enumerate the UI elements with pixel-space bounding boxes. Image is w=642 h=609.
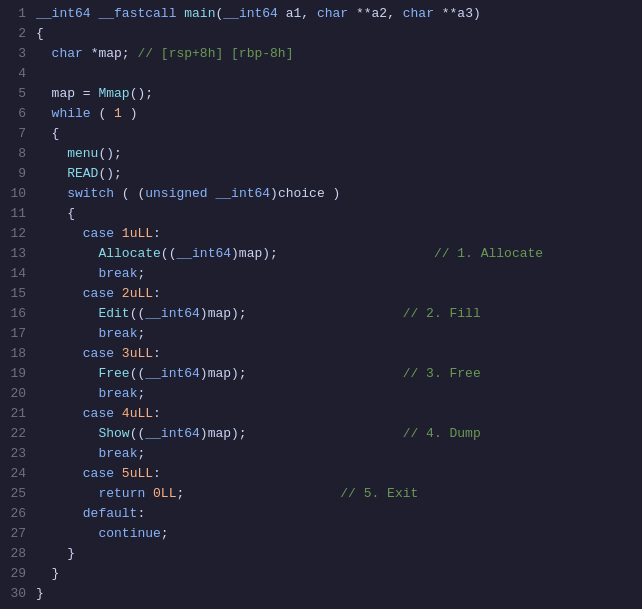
- plain-token: [36, 366, 98, 381]
- plain-token: ((: [130, 306, 146, 321]
- plain-token: ((: [130, 366, 146, 381]
- line-number: 16: [8, 304, 26, 324]
- code-line: case 5uLL:: [36, 464, 642, 484]
- line-number: 21: [8, 404, 26, 424]
- plain-token: }: [36, 566, 59, 581]
- plain-token: [184, 486, 340, 501]
- code-line: case 1uLL:: [36, 224, 642, 244]
- plain-token: [114, 346, 122, 361]
- plain-token: :: [153, 466, 161, 481]
- kw-token: char: [317, 6, 348, 21]
- plain-token: map =: [36, 86, 98, 101]
- plain-token: *map;: [83, 46, 138, 61]
- plain-token: ((: [130, 426, 146, 441]
- plain-token: ();: [98, 166, 121, 181]
- num-token: 1uLL: [122, 226, 153, 241]
- plain-token: ;: [137, 326, 145, 341]
- line-number: 12: [8, 224, 26, 244]
- kw-token: break: [98, 386, 137, 401]
- plain-token: :: [153, 406, 161, 421]
- line-number: 28: [8, 544, 26, 564]
- line-number: 26: [8, 504, 26, 524]
- code-line: {: [36, 204, 642, 224]
- code-line: case 3uLL:: [36, 344, 642, 364]
- plain-token: **a3): [434, 6, 481, 21]
- code-line: [36, 64, 642, 84]
- plain-token: [247, 366, 403, 381]
- line-number: 22: [8, 424, 26, 444]
- plain-token: :: [153, 226, 161, 241]
- plain-token: ;: [137, 446, 145, 461]
- line-number: 29: [8, 564, 26, 584]
- plain-token: :: [153, 346, 161, 361]
- kw-token: __int64: [176, 246, 231, 261]
- plain-token: [36, 406, 83, 421]
- plain-token: [114, 466, 122, 481]
- kw-token: char: [52, 46, 83, 61]
- kw-token: break: [98, 266, 137, 281]
- fn-token: Edit: [98, 306, 129, 321]
- num-token: 2uLL: [122, 286, 153, 301]
- plain-token: )map);: [231, 246, 278, 261]
- plain-token: )choice ): [270, 186, 340, 201]
- plain-token: )map);: [200, 306, 247, 321]
- num-token: 0LL: [153, 486, 176, 501]
- plain-token: [114, 286, 122, 301]
- fn-token: READ: [67, 166, 98, 181]
- line-number: 14: [8, 264, 26, 284]
- code-line: Free((__int64)map); // 3. Free: [36, 364, 642, 384]
- plain-token: [36, 526, 98, 541]
- code-line: }: [36, 544, 642, 564]
- kw-token: default: [83, 506, 138, 521]
- code-line: READ();: [36, 164, 642, 184]
- plain-token: ((: [161, 246, 177, 261]
- plain-token: :: [137, 506, 145, 521]
- plain-token: a1,: [278, 6, 317, 21]
- kw-token: __int64: [215, 186, 270, 201]
- kw-token: case: [83, 406, 114, 421]
- kw-token: __fastcall: [98, 6, 176, 21]
- code-line: case 4uLL:: [36, 404, 642, 424]
- plain-token: [114, 406, 122, 421]
- code-line: {: [36, 24, 642, 44]
- fn-token: Show: [98, 426, 129, 441]
- kw-token: __int64: [223, 6, 278, 21]
- plain-token: [36, 246, 98, 261]
- code-line: Allocate((__int64)map); // 1. Allocate: [36, 244, 642, 264]
- plain-token: [36, 266, 98, 281]
- plain-token: {: [36, 206, 75, 221]
- line-number: 5: [8, 84, 26, 104]
- line-number: 10: [8, 184, 26, 204]
- line-number: 11: [8, 204, 26, 224]
- kw-token: unsigned: [145, 186, 207, 201]
- line-number: 7: [8, 124, 26, 144]
- plain-token: (: [91, 106, 114, 121]
- line-number-gutter: 1234567891011121314151617181920212223242…: [0, 4, 32, 604]
- cm-token: // 4. Dump: [403, 426, 481, 441]
- kw-token: continue: [98, 526, 160, 541]
- plain-token: ;: [137, 266, 145, 281]
- line-number: 23: [8, 444, 26, 464]
- code-line: Edit((__int64)map); // 2. Fill: [36, 304, 642, 324]
- plain-token: [36, 146, 67, 161]
- plain-token: ();: [130, 86, 153, 101]
- plain-token: }: [36, 586, 44, 601]
- cm-token: // 5. Exit: [340, 486, 418, 501]
- line-number: 30: [8, 584, 26, 604]
- line-number: 9: [8, 164, 26, 184]
- plain-token: [36, 326, 98, 341]
- code-line: case 2uLL:: [36, 284, 642, 304]
- code-line: break;: [36, 384, 642, 404]
- plain-token: [36, 226, 83, 241]
- plain-token: {: [36, 26, 44, 41]
- code-editor: 1234567891011121314151617181920212223242…: [0, 0, 642, 608]
- plain-token: ( (: [114, 186, 145, 201]
- line-number: 2: [8, 24, 26, 44]
- plain-token: :: [153, 286, 161, 301]
- code-line: map = Mmap();: [36, 84, 642, 104]
- fn-token: Free: [98, 366, 129, 381]
- kw-token: case: [83, 286, 114, 301]
- line-number: 8: [8, 144, 26, 164]
- fn-token: Allocate: [98, 246, 160, 261]
- line-number: 20: [8, 384, 26, 404]
